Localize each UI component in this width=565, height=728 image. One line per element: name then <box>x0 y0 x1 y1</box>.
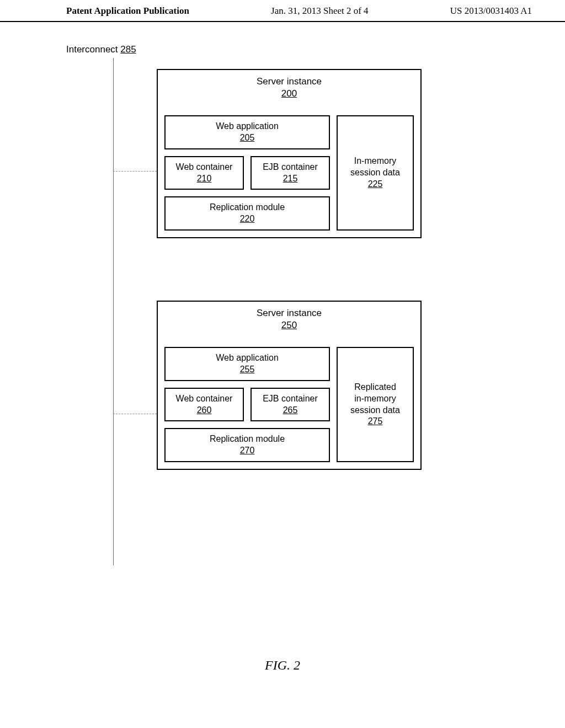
page-header: Patent Application Publication Jan. 31, … <box>0 0 565 22</box>
webapp-label: Web application <box>216 352 279 364</box>
session-line2: in-memory <box>354 393 396 405</box>
in-memory-session-box: In-memory session data 225 <box>337 115 414 231</box>
webcontainer-label: Web container <box>176 393 233 405</box>
webapp-label: Web application <box>216 121 279 132</box>
connector-2 <box>113 414 157 414</box>
server-title-250: Server instance 250 <box>164 307 414 331</box>
server-instance-200: Server instance 200 Web application 205 … <box>157 69 422 238</box>
web-container-box: Web container 260 <box>164 388 244 422</box>
session-ref: 275 <box>368 416 383 427</box>
header-right: US 2013/0031403 A1 <box>450 6 532 17</box>
server-ref: 250 <box>281 320 297 330</box>
session-line2: session data <box>350 167 400 179</box>
webcontainer-ref: 210 <box>197 173 212 185</box>
session-line3: session data <box>350 405 400 416</box>
replication-ref: 270 <box>240 445 255 457</box>
webcontainer-ref: 260 <box>197 405 212 416</box>
ejbcontainer-label: EJB container <box>263 162 318 173</box>
server-title-200: Server instance 200 <box>164 76 414 100</box>
right-column: Replicated in-memory session data 275 <box>337 347 414 462</box>
page-body: Interconnect 285 Server instance 200 Web… <box>0 22 565 565</box>
connector-1 <box>113 171 157 172</box>
figure-caption: FIG. 2 <box>0 658 565 673</box>
header-left: Patent Application Publication <box>66 6 189 17</box>
left-column: Web application 255 Web container 260 EJ… <box>164 347 330 462</box>
container-pair: Web container 260 EJB container 265 <box>164 388 330 422</box>
ejb-container-box: EJB container 215 <box>250 156 330 190</box>
server-columns: Web application 255 Web container 260 EJ… <box>164 347 414 462</box>
ejb-container-box: EJB container 265 <box>250 388 330 422</box>
session-line1: In-memory <box>354 156 396 167</box>
webapp-ref: 255 <box>240 364 255 376</box>
session-line1: Replicated <box>354 382 396 393</box>
webapp-ref: 205 <box>240 132 255 144</box>
diagram-area: Server instance 200 Web application 205 … <box>66 58 537 565</box>
webcontainer-label: Web container <box>176 162 233 173</box>
server-ref: 200 <box>281 88 297 99</box>
server-columns: Web application 205 Web container 210 EJ… <box>164 115 414 231</box>
ejbcontainer-ref: 215 <box>283 173 298 185</box>
right-column: In-memory session data 225 <box>337 115 414 231</box>
left-column: Web application 205 Web container 210 EJ… <box>164 115 330 231</box>
replication-label: Replication module <box>210 433 285 445</box>
container-pair: Web container 210 EJB container 215 <box>164 156 330 190</box>
replication-module-box: Replication module 220 <box>164 196 330 231</box>
server-instance-250: Server instance 250 Web application 255 … <box>157 301 422 470</box>
replication-ref: 220 <box>240 213 255 225</box>
web-container-box: Web container 210 <box>164 156 244 190</box>
ejbcontainer-label: EJB container <box>263 393 318 405</box>
replication-module-box: Replication module 270 <box>164 428 330 462</box>
ejbcontainer-ref: 265 <box>283 405 298 416</box>
web-application-box: Web application 255 <box>164 347 330 381</box>
server-title-text: Server instance <box>257 76 322 87</box>
interconnect-label: Interconnect 285 <box>66 44 537 55</box>
session-ref: 225 <box>368 179 383 190</box>
web-application-box: Web application 205 <box>164 115 330 149</box>
replication-label: Replication module <box>210 202 285 213</box>
interconnect-ref: 285 <box>120 44 136 55</box>
header-center: Jan. 31, 2013 Sheet 2 of 4 <box>271 6 369 17</box>
interconnect-text: Interconnect <box>66 44 118 55</box>
server-title-text: Server instance <box>257 308 322 318</box>
interconnect-line <box>113 58 114 565</box>
replicated-session-box: Replicated in-memory session data 275 <box>337 347 414 462</box>
